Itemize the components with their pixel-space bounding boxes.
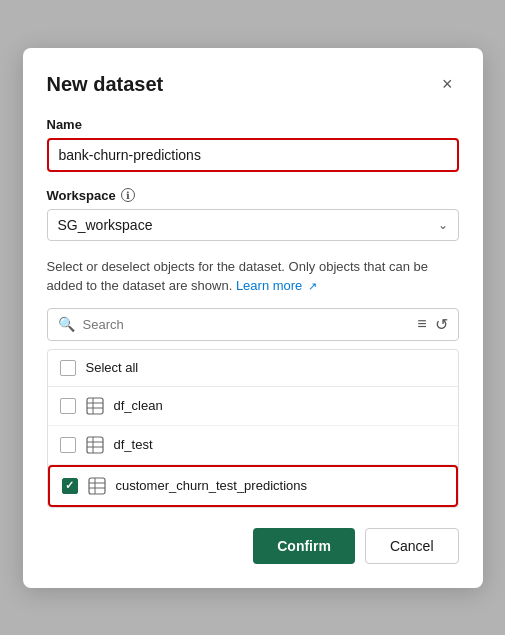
- workspace-label: Workspace: [47, 188, 116, 203]
- name-label: Name: [47, 117, 459, 132]
- info-icon[interactable]: ℹ: [121, 188, 135, 202]
- select-all-checkbox[interactable]: [60, 360, 76, 376]
- workspace-row: Workspace ℹ: [47, 188, 459, 203]
- select-all-item[interactable]: Select all: [48, 350, 458, 387]
- svg-rect-8: [89, 478, 105, 494]
- search-input[interactable]: [83, 317, 410, 332]
- modal-footer: Confirm Cancel: [47, 528, 459, 564]
- list-item[interactable]: df_clean: [48, 387, 458, 426]
- item-name: df_test: [114, 437, 153, 452]
- table-icon: [86, 397, 104, 415]
- df-clean-checkbox[interactable]: [60, 398, 76, 414]
- customer-churn-checkbox[interactable]: [62, 478, 78, 494]
- refresh-icon[interactable]: ↺: [435, 315, 448, 334]
- cancel-button[interactable]: Cancel: [365, 528, 459, 564]
- svg-rect-4: [87, 437, 103, 453]
- workspace-selected-value: SG_workspace: [58, 217, 153, 233]
- description-text: Select or deselect objects for the datas…: [47, 257, 459, 296]
- df-test-checkbox[interactable]: [60, 437, 76, 453]
- item-name: customer_churn_test_predictions: [116, 478, 308, 493]
- modal-title: New dataset: [47, 73, 164, 96]
- name-input[interactable]: [47, 138, 459, 172]
- new-dataset-modal: New dataset × Name Workspace ℹ SG_worksp…: [23, 48, 483, 588]
- search-icon: 🔍: [58, 316, 75, 332]
- item-name: df_clean: [114, 398, 163, 413]
- chevron-down-icon: ⌄: [438, 218, 448, 232]
- modal-overlay: New dataset × Name Workspace ℹ SG_worksp…: [0, 0, 505, 635]
- list-item-checked[interactable]: customer_churn_test_predictions: [48, 465, 458, 507]
- workspace-dropdown[interactable]: SG_workspace ⌄: [47, 209, 459, 241]
- table-icon: [86, 436, 104, 454]
- svg-rect-0: [87, 398, 103, 414]
- confirm-button[interactable]: Confirm: [253, 528, 355, 564]
- list-item[interactable]: df_test: [48, 426, 458, 465]
- table-icon: [88, 477, 106, 495]
- external-link-icon: ↗: [308, 278, 317, 295]
- close-button[interactable]: ×: [436, 72, 459, 97]
- filter-icon[interactable]: ≡: [417, 315, 426, 333]
- modal-header: New dataset ×: [47, 72, 459, 97]
- select-all-label: Select all: [86, 360, 139, 375]
- learn-more-link[interactable]: Learn more ↗: [236, 278, 317, 293]
- search-row: 🔍 ≡ ↺: [47, 308, 459, 341]
- items-list: Select all df_clean: [47, 349, 459, 508]
